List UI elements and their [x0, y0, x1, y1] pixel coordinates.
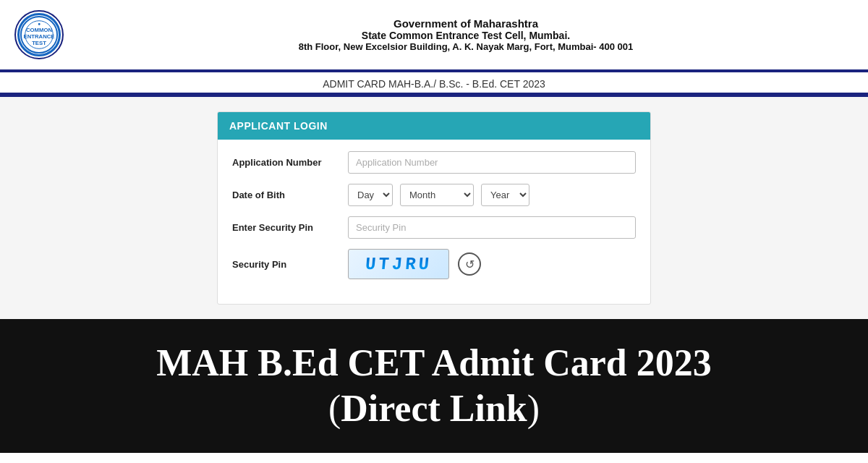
org-name: Government of Maharashtra — [78, 17, 854, 30]
captcha-area: UTJRU ↺ — [348, 249, 481, 279]
date-of-birth-label: Date of Bith — [232, 190, 348, 200]
svg-text:ENTRANCE: ENTRANCE — [24, 33, 55, 40]
month-select[interactable]: Month JanuaryFebruaryMarch AprilMayJune … — [400, 184, 474, 206]
svg-text:TEST: TEST — [32, 40, 46, 46]
admit-card-title-bar: ADMIT CARD MAH-B.A./ B.Sc. - B.Ed. CET 2… — [0, 72, 868, 93]
bottom-section: MAH B.Ed CET Admit Card 2023 (Direct Lin… — [0, 319, 868, 453]
bottom-title-line2: (Direct Link) — [156, 386, 712, 431]
captcha-text: UTJRU — [365, 255, 433, 274]
login-box-title: APPLICANT LOGIN — [229, 120, 328, 132]
application-number-label: Application Number — [232, 157, 348, 168]
applicant-login-box: APPLICANT LOGIN Application Number Date … — [217, 111, 651, 305]
svg-text:●: ● — [38, 21, 41, 26]
svg-text:COMMON: COMMON — [26, 27, 52, 33]
main-content-area: APPLICANT LOGIN Application Number Date … — [0, 97, 868, 319]
page-header: COMMON ENTRANCE TEST ● Government of Mah… — [0, 0, 868, 72]
bottom-title: MAH B.Ed CET Admit Card 2023 (Direct Lin… — [156, 341, 712, 431]
day-select[interactable]: Day 01020304 05060708 09101112 13141516 … — [348, 184, 393, 206]
org-address: 8th Floor, New Excelsior Building, A. K.… — [78, 41, 854, 52]
year-select[interactable]: Year 1990199119921993 1994199519961997 1… — [481, 184, 529, 206]
bottom-title-line1: MAH B.Ed CET Admit Card 2023 — [156, 341, 712, 386]
application-number-input[interactable] — [348, 151, 636, 174]
security-pin-captcha-row: Security Pin UTJRU ↺ — [232, 249, 636, 279]
header-text-block: Government of Maharashtra State Common E… — [78, 17, 854, 52]
application-number-row: Application Number — [232, 151, 636, 174]
logo-inner: COMMON ENTRANCE TEST ● — [17, 13, 61, 56]
security-pin-label: Security Pin — [232, 259, 348, 270]
date-fields-group: Day 01020304 05060708 09101112 13141516 … — [348, 184, 636, 206]
login-box-header: APPLICANT LOGIN — [218, 112, 650, 140]
cet-logo: COMMON ENTRANCE TEST ● — [14, 10, 64, 59]
login-form: Application Number Date of Bith Day 0102… — [218, 140, 650, 304]
org-sub: State Common Entrance Test Cell, Mumbai. — [78, 30, 854, 41]
admit-card-title-text: ADMIT CARD MAH-B.A./ B.Sc. - B.Ed. CET 2… — [323, 78, 545, 90]
date-of-birth-row: Date of Bith Day 01020304 05060708 09101… — [232, 184, 636, 206]
security-pin-input-row: Enter Security Pin — [232, 216, 636, 239]
security-pin-input[interactable] — [348, 216, 636, 239]
captcha-refresh-button[interactable]: ↺ — [458, 252, 481, 276]
bottom-title-line2-text: Direct Link — [341, 388, 527, 429]
captcha-image: UTJRU — [348, 249, 449, 279]
enter-security-pin-label: Enter Security Pin — [232, 222, 348, 233]
